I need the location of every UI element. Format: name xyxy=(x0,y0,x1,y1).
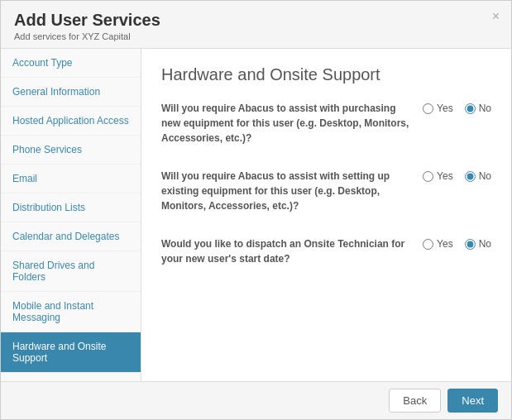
back-button[interactable]: Back xyxy=(389,389,441,413)
radio-input-yes-1[interactable] xyxy=(423,103,433,114)
main-content: Hardware and Onsite Support Will you req… xyxy=(141,49,511,381)
yes-label-1: Yes xyxy=(437,103,453,114)
radio-group-1: Yes No xyxy=(423,101,491,114)
question-block-1: Will you require Abacus to assist with p… xyxy=(161,101,491,146)
sidebar-item-email[interactable]: Email xyxy=(1,165,141,193)
next-button[interactable]: Next xyxy=(447,389,498,413)
question-text-1: Will you require Abacus to assist with p… xyxy=(161,101,423,146)
sidebar-item-shared-drives-and-folders[interactable]: Shared Drives and Folders xyxy=(1,251,141,292)
sidebar-item-account-type[interactable]: Account Type xyxy=(1,49,141,78)
no-label-3: No xyxy=(479,238,491,250)
radio-no-2[interactable]: No xyxy=(465,170,491,182)
sidebar-item-contact-info[interactable]: Contact Info xyxy=(1,373,141,381)
sidebar-item-hosted-application-access[interactable]: Hosted Application Access xyxy=(1,107,141,136)
radio-no-1[interactable]: No xyxy=(465,103,491,114)
no-label-1: No xyxy=(479,103,491,114)
yes-label-2: Yes xyxy=(437,170,453,182)
sidebar-item-general-information[interactable]: General Information xyxy=(1,78,141,107)
sidebar: Account TypeGeneral InformationHosted Ap… xyxy=(1,49,141,381)
dialog-subtitle: Add services for XYZ Capital xyxy=(14,31,498,41)
dialog-footer: Back Next xyxy=(1,381,511,419)
question-text-3: Would you like to dispatch an Onsite Tec… xyxy=(161,236,423,266)
section-title: Hardware and Onsite Support xyxy=(161,65,491,84)
radio-input-no-1[interactable] xyxy=(465,103,476,114)
radio-yes-2[interactable]: Yes xyxy=(423,170,453,182)
radio-input-no-2[interactable] xyxy=(465,171,476,182)
sidebar-item-hardware-and-onsite-support[interactable]: Hardware and Onsite Support xyxy=(1,332,141,373)
radio-yes-1[interactable]: Yes xyxy=(423,103,453,114)
question-block-2: Will you require Abacus to assist with s… xyxy=(161,169,491,213)
no-label-2: No xyxy=(479,170,491,182)
radio-input-yes-2[interactable] xyxy=(423,171,433,182)
radio-no-3[interactable]: No xyxy=(465,238,491,250)
radio-yes-3[interactable]: Yes xyxy=(423,238,453,250)
yes-label-3: Yes xyxy=(437,238,453,250)
radio-group-2: Yes No xyxy=(423,169,491,182)
dialog-body: Account TypeGeneral InformationHosted Ap… xyxy=(1,49,511,381)
radio-input-yes-3[interactable] xyxy=(423,239,433,250)
radio-group-3: Yes No xyxy=(423,236,491,250)
sidebar-item-phone-services[interactable]: Phone Services xyxy=(1,136,141,165)
close-button[interactable]: × xyxy=(492,9,500,24)
dialog-header: Add User Services Add services for XYZ C… xyxy=(1,1,511,49)
question-block-3: Would you like to dispatch an Onsite Tec… xyxy=(161,236,491,266)
radio-input-no-3[interactable] xyxy=(465,239,476,250)
sidebar-item-distribution-lists[interactable]: Distribution Lists xyxy=(1,193,141,222)
question-text-2: Will you require Abacus to assist with s… xyxy=(161,169,423,213)
sidebar-item-mobile-and-instant-messaging[interactable]: Mobile and Instant Messaging xyxy=(1,292,141,332)
add-user-services-dialog: Add User Services Add services for XYZ C… xyxy=(0,0,512,420)
sidebar-item-calendar-and-delegates[interactable]: Calendar and Delegates xyxy=(1,222,141,251)
dialog-title: Add User Services xyxy=(14,11,498,30)
